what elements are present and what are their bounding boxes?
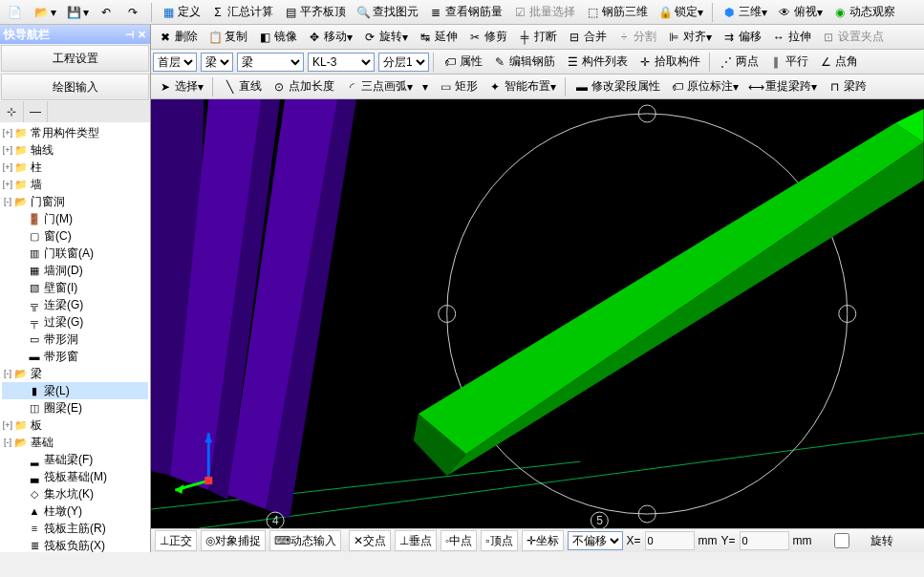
pin-icon[interactable]: ⊣ ✕ (125, 29, 146, 41)
tree-node[interactable]: ▭带形洞 (2, 331, 148, 348)
parallel-button[interactable]: ∥平行 (763, 51, 813, 74)
properties-button[interactable]: 🏷属性 (438, 51, 487, 74)
point-length-button[interactable]: ⊙点加长度 (267, 75, 339, 98)
tree-node[interactable]: [-]📂梁 (2, 365, 148, 382)
save-button[interactable]: 💾▾ (61, 1, 94, 24)
new-button[interactable]: 📄 (2, 1, 29, 24)
level-icon: ▤ (283, 5, 298, 20)
rect-button[interactable]: ▭矩形 (433, 75, 483, 98)
tree-node[interactable]: [+]📁轴线 (2, 141, 148, 159)
snap-midpoint[interactable]: ◦中点 (441, 530, 477, 551)
x-input[interactable] (645, 531, 695, 550)
original-tag-button[interactable]: 🏷原位标注▾ (665, 75, 743, 98)
misc-dropdown[interactable]: ▾ (418, 75, 433, 98)
tree-node[interactable]: ≡筏板主筋(R) (2, 520, 148, 537)
delete-button[interactable]: ✖删除 (153, 26, 203, 49)
break-button[interactable]: ╪打断 (512, 26, 562, 49)
trim-button[interactable]: ✂修剪 (462, 26, 512, 49)
dyn-input-toggle[interactable]: ⌨动态输入 (269, 530, 341, 551)
tree-node[interactable]: ▦墙洞(D) (2, 262, 148, 279)
ortho-toggle[interactable]: ⊥正交 (155, 530, 197, 551)
level-slab-button[interactable]: ▤平齐板顶 (278, 1, 351, 24)
align-button[interactable]: ⊫对齐▾ (661, 26, 717, 49)
component-select[interactable]: KL-3 (308, 53, 375, 72)
snap-vertex[interactable]: ▫顶点 (481, 530, 517, 551)
tree-node[interactable]: ▂基础梁(F) (2, 451, 148, 468)
batch-select-button[interactable]: ☑批量选择 (507, 1, 580, 24)
tree-node[interactable]: [+]📁柱 (2, 159, 148, 176)
dynamic-view-button[interactable]: ◉动态观察 (827, 1, 900, 24)
tree-node[interactable]: ▢窗(C) (2, 227, 148, 245)
modify-segment-button[interactable]: ▬修改梁段属性 (569, 75, 665, 98)
tree-node[interactable]: ≣筏板负筋(X) (2, 537, 148, 552)
undo-button[interactable]: ↶ (94, 1, 120, 24)
draw-input-button[interactable]: 绘图输入 (1, 74, 149, 100)
rotate-checkbox[interactable] (820, 533, 864, 548)
tree-node[interactable]: ◫圈梁(E) (2, 399, 148, 417)
sum-button[interactable]: Σ汇总计算 (205, 1, 278, 24)
mirror-button[interactable]: ◧镜像 (252, 26, 302, 49)
element-tree[interactable]: [+]📁常用构件类型[+]📁轴线[+]📁柱[+]📁墙[-]📂门窗洞🚪门(M)▢窗… (0, 122, 150, 552)
arc-3pt-button[interactable]: ◜三点画弧▾ (339, 75, 418, 98)
layer-select[interactable]: 分层1 (378, 53, 429, 72)
smart-layout-button[interactable]: ✦智能布置▾ (483, 75, 561, 98)
extend-button[interactable]: ↹延伸 (413, 26, 462, 49)
tree-node[interactable]: [+]📁墙 (2, 176, 148, 193)
tree-node[interactable]: [-]📂门窗洞 (2, 193, 148, 210)
3d-viewport[interactable]: 4 5 (151, 99, 924, 528)
redo-button[interactable]: ↷ (120, 1, 147, 24)
stretch-button[interactable]: ↔拉伸 (766, 26, 816, 49)
engineering-settings-button[interactable]: 工程设置 (1, 45, 149, 72)
tree-node[interactable]: [+]📁常用构件类型 (2, 124, 148, 141)
subcategory-select[interactable]: 梁 (237, 53, 304, 72)
y-input[interactable] (740, 531, 789, 550)
grip-settings-button[interactable]: ⊡设置夹点 (816, 26, 889, 49)
tree-node[interactable]: ▲柱墩(Y) (2, 502, 148, 520)
x-label: X= (627, 534, 641, 547)
tree-node[interactable]: ◇集水坑(K) (2, 485, 148, 502)
view-rebar-button[interactable]: ≣查看钢筋量 (423, 1, 507, 24)
snap-coord[interactable]: ✛坐标 (522, 530, 564, 551)
category-select[interactable]: 梁 (201, 53, 233, 72)
offset-mode-select[interactable]: 不偏移 (568, 531, 623, 550)
find-element-button[interactable]: 🔍查找图元 (351, 1, 423, 24)
offset-button[interactable]: ⇉偏移 (717, 26, 766, 49)
tree-node[interactable]: [+]📁板 (2, 417, 148, 434)
edit-rebar-button[interactable]: ✎编辑钢筋 (487, 51, 560, 74)
projection-button[interactable]: 👁俯视▾ (772, 1, 827, 24)
snap-intersection[interactable]: ✕交点 (349, 530, 391, 551)
snap-perpendicular[interactable]: ⊥垂点 (395, 530, 437, 551)
pick-component-button[interactable]: ✛拾取构件 (633, 51, 705, 74)
respan-button[interactable]: ⟷重提梁跨▾ (743, 75, 822, 98)
label: 选择 (175, 78, 198, 95)
view-3d-button[interactable]: ⬢三维▾ (717, 1, 772, 24)
tree-tab-1[interactable]: ⊹ (0, 101, 24, 122)
two-points-button[interactable]: ⋰两点 (714, 51, 763, 74)
osnap-toggle[interactable]: ◎对象捕捉 (201, 530, 266, 551)
rebar-3d-button[interactable]: ⬚钢筋三维 (580, 1, 653, 24)
tree-node[interactable]: [-]📂基础 (2, 434, 148, 451)
point-angle-button[interactable]: ∠点角 (813, 51, 863, 74)
rotate-button[interactable]: ⟳旋转▾ (357, 26, 413, 49)
tree-node[interactable]: 🚪门(M) (2, 210, 148, 227)
tree-node[interactable]: ▮梁(L) (2, 382, 148, 399)
tree-node[interactable]: ╦连梁(G) (2, 296, 148, 313)
lock-button[interactable]: 🔒锁定▾ (653, 1, 708, 24)
open-button[interactable]: 📂▾ (29, 1, 61, 24)
tree-tab-2[interactable]: — (24, 101, 48, 122)
tree-node[interactable]: ▃筏板基础(M) (2, 468, 148, 485)
line-button[interactable]: ╲直线 (217, 75, 267, 98)
define-button[interactable]: ▦定义 (156, 1, 205, 24)
join-button[interactable]: ⊟合并 (562, 26, 612, 49)
floor-select[interactable]: 首层 (153, 53, 197, 72)
tree-node[interactable]: ╤过梁(G) (2, 313, 148, 331)
move-button[interactable]: ✥移动▾ (302, 26, 357, 49)
tree-node[interactable]: ▥门联窗(A) (2, 245, 148, 262)
copy-button[interactable]: 📋复制 (203, 26, 252, 49)
beam-span-button[interactable]: ⊓梁跨 (822, 75, 871, 98)
split-button[interactable]: ÷分割 (612, 26, 661, 49)
tree-node[interactable]: ▬带形窗 (2, 348, 148, 365)
component-list-button[interactable]: ☰构件列表 (560, 51, 633, 74)
select-button[interactable]: ➤选择▾ (153, 75, 208, 98)
tree-node[interactable]: ▧壁窗(I) (2, 279, 148, 296)
